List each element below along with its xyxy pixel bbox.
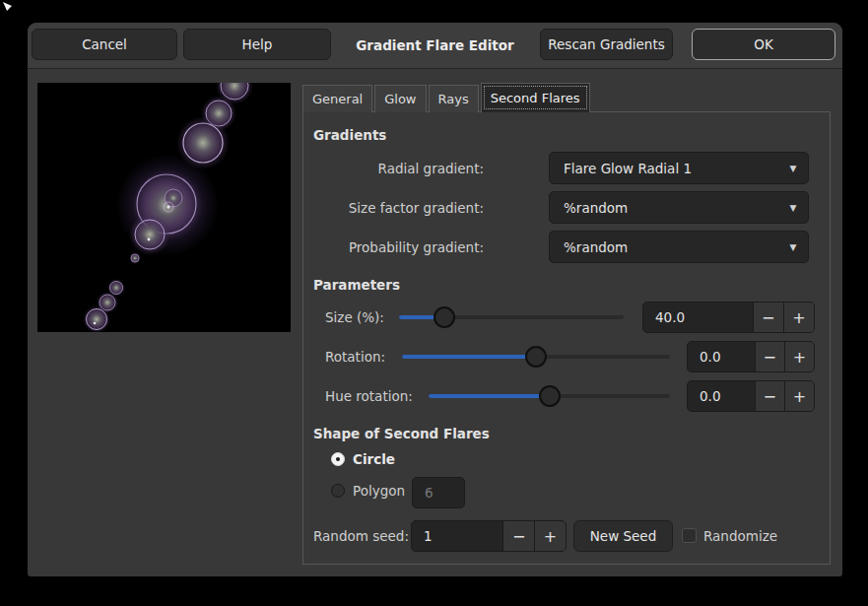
hue-rotation-label: Hue rotation: <box>325 386 413 406</box>
size-factor-gradient-dropdown[interactable]: %random ▼ <box>549 191 809 224</box>
ok-button[interactable]: OK <box>692 29 835 60</box>
flare-preview[interactable] <box>37 83 291 332</box>
randomize-label[interactable]: Randomize <box>703 526 777 546</box>
size-factor-gradient-value: %random <box>550 200 778 216</box>
dialog-header: Cancel Help Gradient Flare Editor Rescan… <box>28 23 842 69</box>
random-seed-input[interactable] <box>412 521 502 551</box>
cursor-artifact <box>3 2 12 11</box>
chevron-down-icon: ▼ <box>778 203 808 213</box>
minus-icon[interactable]: − <box>753 303 783 332</box>
size-input[interactable] <box>643 303 753 332</box>
randomize-checkbox[interactable] <box>682 528 697 543</box>
random-seed-label: Random seed: <box>313 526 409 546</box>
rotation-input[interactable] <box>688 342 755 371</box>
minus-icon[interactable]: − <box>755 381 784 411</box>
random-seed-spinbox: − + <box>411 520 567 552</box>
size-factor-gradient-label: Size factor gradient: <box>313 198 484 218</box>
slider-fill <box>402 355 536 359</box>
minus-icon[interactable]: − <box>755 342 784 371</box>
flare-preview-image <box>37 83 291 332</box>
size-slider[interactable] <box>399 305 624 329</box>
slider-thumb[interactable] <box>434 306 455 328</box>
plus-icon[interactable]: + <box>784 342 814 371</box>
chevron-down-icon: ▼ <box>778 164 808 173</box>
probability-gradient-dropdown[interactable]: %random ▼ <box>549 231 809 263</box>
radial-gradient-label: Radial gradient: <box>313 159 484 178</box>
polygon-radio-label[interactable]: Polygon <box>353 481 405 501</box>
notebook-tabs: General Glow Rays Second Flares <box>302 83 592 112</box>
probability-gradient-label: Probability gradient: <box>313 237 484 257</box>
tab-general[interactable]: General <box>302 85 372 112</box>
plus-icon[interactable]: + <box>784 381 814 411</box>
tab-second-flares[interactable]: Second Flares <box>481 83 590 112</box>
plus-icon[interactable]: + <box>783 303 814 332</box>
tab-glow[interactable]: Glow <box>374 85 426 112</box>
slider-thumb[interactable] <box>539 385 561 407</box>
size-spinbox: − + <box>642 302 815 333</box>
cancel-button[interactable]: Cancel <box>32 29 177 60</box>
plus-icon[interactable]: + <box>534 521 566 551</box>
parameters-section-title: Parameters <box>313 275 400 295</box>
chevron-down-icon: ▼ <box>778 242 808 252</box>
slider-fill <box>429 394 550 398</box>
size-label: Size (%): <box>325 307 384 327</box>
rotation-label: Rotation: <box>325 347 385 367</box>
circle-radio-label[interactable]: Circle <box>353 449 395 469</box>
hue-rotation-spinbox: − + <box>687 380 815 412</box>
shape-section-title: Shape of Second Flares <box>313 424 490 443</box>
polygon-sides-input[interactable] <box>412 477 465 508</box>
hue-rotation-input[interactable] <box>688 381 755 411</box>
slider-thumb[interactable] <box>525 346 547 368</box>
hue-rotation-slider[interactable] <box>429 384 670 408</box>
rotation-spinbox: − + <box>687 341 815 372</box>
probability-gradient-value: %random <box>550 239 778 255</box>
gradients-section-title: Gradients <box>313 125 386 145</box>
radial-gradient-dropdown[interactable]: Flare Glow Radial 1 ▼ <box>549 152 809 184</box>
new-seed-button[interactable]: New Seed <box>573 520 673 552</box>
minus-icon[interactable]: − <box>502 521 534 551</box>
gradient-flare-editor-window: Cancel Help Gradient Flare Editor Rescan… <box>28 23 842 576</box>
circle-radio[interactable] <box>331 452 345 466</box>
tab-rays[interactable]: Rays <box>429 85 479 112</box>
polygon-radio[interactable] <box>331 484 345 498</box>
rescan-gradients-button[interactable]: Rescan Gradients <box>540 29 673 60</box>
rotation-slider[interactable] <box>402 345 670 369</box>
radial-gradient-value: Flare Glow Radial 1 <box>550 161 778 176</box>
